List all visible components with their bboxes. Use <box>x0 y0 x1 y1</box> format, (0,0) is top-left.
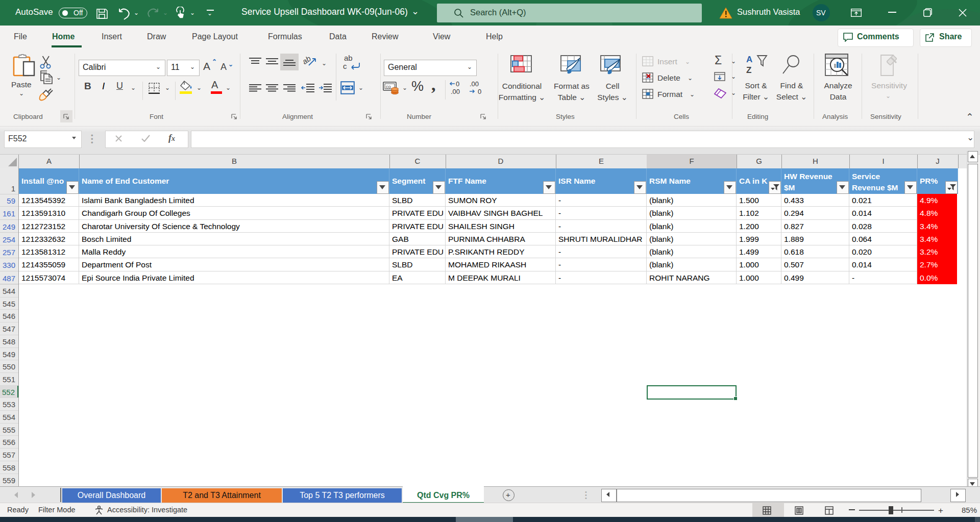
svg-text:0: 0 <box>456 80 459 88</box>
svg-text:Z: Z <box>746 65 751 75</box>
svg-text:co: co <box>386 84 391 89</box>
svg-text:.00: .00 <box>451 88 460 95</box>
svg-text:0: 0 <box>478 88 481 95</box>
svg-text:.00: .00 <box>470 80 479 88</box>
svg-text:A: A <box>746 55 752 64</box>
